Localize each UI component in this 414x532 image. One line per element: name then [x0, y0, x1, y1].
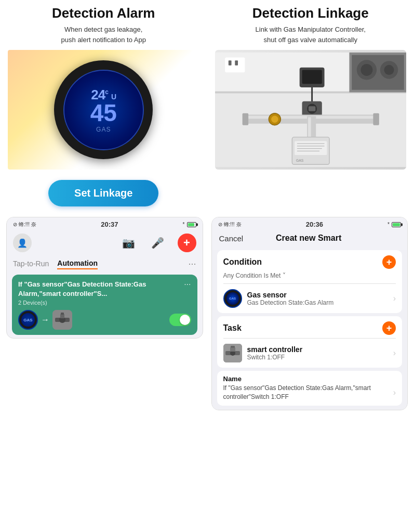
valve-device-icon [52, 310, 72, 330]
gas-sensor-subtitle: Gas Detection State:Gas Alarm [247, 299, 388, 306]
right-status-icons: ⊘ 蜂:!!! 奈 [218, 221, 242, 228]
detection-alarm-desc: When detect gas leakage,push alert notif… [61, 24, 146, 45]
left-status-icons: ⊘ 蜂:!!! 奈 [13, 221, 36, 228]
card-menu-icon[interactable]: ··· [184, 280, 191, 289]
svg-point-30 [271, 115, 278, 122]
name-label: Name [223, 375, 396, 383]
task-card: Task + [217, 316, 403, 368]
right-phone-container: ⊘ 蜂:!!! 奈 20:36 * Cancel Creat new Smart [207, 217, 415, 410]
right-wifi-icon: 蜂:!!! [224, 221, 235, 228]
cancel-button[interactable]: Cancel [219, 234, 244, 243]
wifi-icon: 蜂:!!! [19, 221, 30, 228]
detection-linkage-panel: Detection Linkage Link with Gas Manipula… [207, 0, 415, 212]
svg-rect-13 [302, 70, 322, 84]
signal-icon: ⊘ [13, 222, 17, 227]
right-battery-icon [392, 222, 401, 227]
left-status-time: 20:37 [101, 220, 118, 228]
tab-row: Tap-to-Run Automation ··· [7, 256, 203, 271]
svg-rect-10 [228, 60, 231, 66]
add-button[interactable]: + [178, 233, 196, 252]
camera-icon[interactable]: 📷 [119, 233, 138, 252]
set-linkage-button[interactable]: Set Linkage [48, 180, 158, 206]
smart-controller-title: smart controller [247, 345, 388, 354]
gas-sensor-icon-small: GAS [226, 292, 239, 305]
mic-icon[interactable]: 🎤 [149, 233, 167, 252]
left-phone-frame: ⊘ 蜂:!!! 奈 20:37 * 👤 📷 🎤 [6, 217, 203, 339]
phone-content: Condition + Any Condition Is Met ˅ GAS G… [212, 250, 408, 410]
automation-card[interactable]: If "Gas sensor"Gas Detection State:Gas A… [12, 275, 197, 335]
bluetooth-icon: * [183, 222, 185, 227]
svg-rect-37 [61, 313, 64, 315]
valve-svg [52, 310, 72, 330]
smart-controller-task-item[interactable]: smart controller Switch 1:OFF › [217, 339, 403, 368]
right-signal-icon: ⊘ [218, 222, 222, 227]
name-chevron: › [393, 388, 396, 397]
condition-title: Condition [223, 257, 262, 267]
svg-point-6 [360, 64, 372, 76]
svg-rect-23 [295, 141, 327, 155]
name-section[interactable]: Name If "Gas sensor"Gas Detection State:… [217, 371, 403, 406]
svg-rect-17 [308, 106, 315, 111]
condition-subtitle[interactable]: Any Condition Is Met ˅ [217, 272, 403, 283]
detection-alarm-panel: Detection Alarm When detect gas leakage,… [0, 0, 207, 212]
gas-display-inner: 24c U 45 GAS [63, 70, 144, 150]
condition-header: Condition + [217, 250, 403, 272]
nav-title: Creat new Smart [276, 233, 341, 243]
gas-sensor-title: Gas sensor [247, 291, 388, 299]
gas-sensor-condition-item[interactable]: GAS Gas sensor Gas Detection State:Gas A… [217, 284, 403, 313]
detection-linkage-desc: Link with Gas Manipulator Controller,shu… [256, 24, 366, 45]
card-title: If "Gas sensor"Gas Detection State:Gas A… [18, 280, 184, 299]
card-devices: GAS → [18, 310, 191, 330]
svg-rect-32 [373, 113, 379, 125]
task-add-button[interactable]: + [382, 321, 396, 335]
gas-display-outer: 24c U 45 GAS [54, 60, 153, 159]
right-bluetooth-icon: * [388, 222, 390, 227]
battery-icon [187, 222, 196, 227]
gas-value: 45 [90, 101, 117, 125]
gas-sensor-chevron: › [393, 294, 396, 303]
smart-controller-text: smart controller Switch 1:OFF [247, 345, 388, 361]
phone-nav: Cancel Creat new Smart [212, 231, 408, 247]
task-title: Task [223, 323, 242, 333]
profile-icon[interactable]: 👤 [13, 233, 32, 252]
right-status-time: 20:36 [306, 220, 323, 228]
smart-controller-icon [223, 344, 242, 362]
detection-linkage-title: Detection Linkage [252, 5, 369, 21]
svg-rect-42 [231, 346, 235, 348]
tab-tap-to-run[interactable]: Tap-to-Run [13, 259, 49, 269]
right-battery-fill [393, 223, 400, 226]
gas-sensor-list-icon: GAS [223, 289, 242, 308]
name-value: If "Gas sensor"Gas Detection State:Gas A… [223, 384, 393, 401]
gas-label: GAS [96, 126, 111, 133]
pipe-illustration-container: GAS [215, 50, 407, 170]
phone-toolbar: 👤 📷 🎤 + [7, 231, 203, 256]
svg-rect-41 [230, 347, 235, 352]
toggle-knob [180, 315, 190, 325]
card-header: If "Gas sensor"Gas Detection State:Gas A… [18, 280, 191, 299]
left-phone-container: ⊘ 蜂:!!! 奈 20:37 * 👤 📷 🎤 [0, 217, 207, 410]
smart-controller-chevron: › [393, 348, 396, 358]
svg-rect-31 [242, 113, 248, 125]
svg-text:GAS: GAS [296, 159, 304, 163]
pipe-svg: GAS [215, 50, 407, 170]
tab-automation[interactable]: Automation [57, 259, 98, 269]
gas-sensor-text: Gas sensor Gas Detection State:Gas Alarm [247, 291, 388, 306]
network-icon: 奈 [31, 221, 36, 228]
right-phone-frame: ⊘ 蜂:!!! 奈 20:36 * Cancel Creat new Smart [211, 217, 408, 410]
svg-rect-11 [235, 60, 238, 66]
gas-sensor-device-icon: GAS [18, 310, 38, 330]
automation-toggle[interactable] [169, 314, 191, 326]
svg-point-8 [384, 65, 394, 75]
right-network-icon: 奈 [236, 221, 242, 228]
condition-add-button[interactable]: + [382, 255, 396, 269]
card-subtitle: 2 Device(s) [18, 300, 191, 306]
left-status-right: * [183, 222, 196, 227]
battery-fill [188, 223, 195, 226]
tab-menu[interactable]: ··· [188, 258, 196, 269]
svg-rect-9 [225, 58, 245, 73]
right-status-right: * [388, 222, 401, 227]
controller-svg [223, 344, 242, 362]
arrow-icon: → [41, 315, 49, 325]
smart-controller-subtitle: Switch 1:OFF [247, 354, 388, 361]
condition-card: Condition + Any Condition Is Met ˅ GAS G… [217, 250, 403, 313]
